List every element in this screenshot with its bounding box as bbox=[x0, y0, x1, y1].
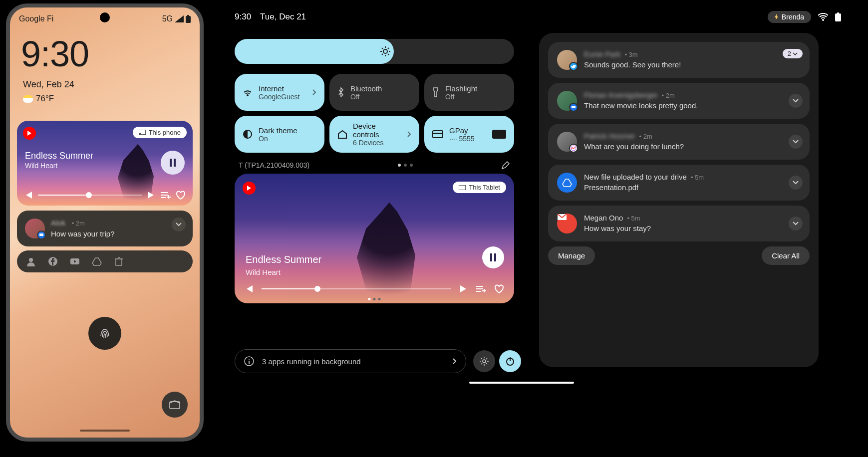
sender-name: Megan Ono bbox=[584, 214, 623, 222]
expand-button[interactable] bbox=[172, 218, 186, 231]
pause-button[interactable] bbox=[161, 151, 185, 175]
notification-card[interactable]: Eunie Park• 3m Sounds good. See you ther… bbox=[548, 42, 810, 78]
seek-slider[interactable] bbox=[38, 193, 142, 198]
chevron-down-icon bbox=[793, 222, 799, 226]
notification-count-chip[interactable]: 2 bbox=[783, 49, 803, 58]
messenger-app-icon bbox=[569, 144, 578, 153]
notification-card[interactable]: Megan Ono• 5m How was your stay? bbox=[548, 206, 810, 241]
build-number: T (TP1A.2100409.003) bbox=[239, 161, 309, 169]
svg-point-11 bbox=[383, 49, 387, 53]
fingerprint-button[interactable] bbox=[88, 317, 121, 350]
sender-name: Patrick Hosmer bbox=[584, 132, 635, 140]
wifi-icon bbox=[818, 13, 828, 21]
svg-rect-7 bbox=[116, 259, 122, 265]
user-chip[interactable]: Brenda bbox=[768, 11, 811, 23]
clear-all-button[interactable]: Clear All bbox=[762, 246, 810, 265]
sender-avatar bbox=[557, 50, 577, 70]
trash-icon bbox=[114, 256, 124, 266]
card-thumbnail bbox=[492, 130, 506, 139]
notification-icon-strip[interactable] bbox=[17, 250, 193, 272]
background-apps-label: 3 apps running in background bbox=[262, 357, 361, 366]
battery-icon bbox=[186, 15, 191, 23]
svg-point-19 bbox=[483, 360, 486, 363]
brightness-slider[interactable] bbox=[235, 39, 514, 64]
background-apps-row[interactable]: 3 apps running in background bbox=[235, 349, 466, 373]
gear-icon bbox=[479, 356, 489, 366]
chevron-right-icon bbox=[312, 89, 316, 95]
chevron-right-icon bbox=[453, 358, 457, 364]
cast-label: This phone bbox=[149, 129, 181, 136]
notification-message: How was your trip? bbox=[51, 229, 115, 238]
expand-button[interactable] bbox=[789, 94, 803, 108]
seek-slider[interactable] bbox=[262, 286, 451, 291]
queue-button[interactable] bbox=[476, 285, 486, 292]
fingerprint-icon bbox=[97, 325, 113, 341]
notification-card[interactable]: Patrick Hosmer• 2m What are you doing fo… bbox=[548, 124, 810, 160]
navigation-bar[interactable] bbox=[469, 382, 574, 384]
favorite-button[interactable] bbox=[494, 284, 504, 293]
tile-gpay[interactable]: GPay···· 5555 bbox=[424, 116, 514, 153]
tile-bluetooth[interactable]: BluetoothOff bbox=[329, 74, 419, 111]
tablet-clock: 9:30 bbox=[235, 12, 251, 22]
expand-button[interactable] bbox=[789, 176, 803, 190]
media-player-card[interactable]: This phone Endless Summer Wild Heart bbox=[17, 121, 193, 206]
queue-button[interactable] bbox=[161, 192, 171, 199]
svg-rect-22 bbox=[572, 106, 576, 108]
tablet-icon bbox=[459, 185, 466, 190]
edit-button[interactable] bbox=[501, 161, 510, 170]
sender-name: Alok bbox=[51, 219, 65, 227]
cast-label: This Tablet bbox=[469, 184, 500, 191]
tile-internet[interactable]: InternetGoogleGuest bbox=[235, 74, 324, 111]
svg-rect-10 bbox=[837, 12, 839, 14]
previous-button[interactable] bbox=[24, 192, 33, 199]
notification-card[interactable]: Florian Koenigsberger• 2m That new movie… bbox=[548, 83, 810, 119]
tile-flashlight[interactable]: FlashlightOff bbox=[424, 74, 514, 111]
favorite-button[interactable] bbox=[176, 191, 186, 200]
cast-chip[interactable]: This Tablet bbox=[453, 182, 506, 193]
next-button[interactable] bbox=[459, 285, 468, 292]
chevron-down-icon bbox=[793, 99, 799, 103]
notification-message: How was your stay? bbox=[584, 224, 801, 232]
front-camera bbox=[100, 12, 110, 22]
svg-rect-9 bbox=[835, 13, 841, 21]
info-icon bbox=[244, 356, 254, 366]
bluetooth-icon bbox=[337, 87, 344, 97]
notification-card[interactable]: Alok • 2m How was your trip? bbox=[17, 211, 193, 246]
tablet-media-player[interactable]: This Tablet Endless Summer Wild Heart bbox=[235, 174, 514, 303]
weather-widget[interactable]: 76°F bbox=[10, 90, 200, 104]
track-title: Endless Summer bbox=[246, 254, 321, 265]
svg-rect-21 bbox=[510, 357, 511, 361]
svg-rect-1 bbox=[187, 15, 189, 16]
pause-button[interactable] bbox=[482, 246, 504, 268]
home-icon bbox=[337, 130, 347, 139]
flashlight-icon bbox=[432, 87, 439, 97]
power-button[interactable] bbox=[499, 350, 521, 372]
notification-card[interactable]: New file uploaded to your drive• 5m Pres… bbox=[548, 165, 810, 201]
phone-lockscreen: Google Fi 5G 9:30 Wed, Feb 24 76°F This … bbox=[6, 3, 204, 442]
svg-point-17 bbox=[249, 359, 250, 360]
quick-settings-panel: InternetGoogleGuest BluetoothOff Flashli… bbox=[235, 39, 514, 303]
previous-button[interactable] bbox=[245, 285, 254, 292]
notification-message: Presentation.pdf bbox=[584, 183, 801, 192]
chevron-down-icon bbox=[793, 181, 799, 185]
tablet-statusbar-left: 9:30 Tue, Dec 21 bbox=[235, 12, 306, 22]
settings-button[interactable] bbox=[473, 350, 495, 372]
power-icon bbox=[506, 357, 515, 366]
svg-rect-15 bbox=[459, 185, 466, 190]
home-indicator[interactable] bbox=[80, 430, 130, 432]
profile-icon bbox=[26, 256, 36, 266]
wallet-button[interactable] bbox=[162, 392, 188, 418]
tile-device-controls[interactable]: Device controls6 Devices bbox=[329, 116, 419, 153]
tile-dark-theme[interactable]: Dark themeOn bbox=[235, 116, 324, 153]
tablet-statusbar-right: Brenda bbox=[768, 11, 841, 23]
expand-button[interactable] bbox=[789, 135, 803, 149]
cast-icon bbox=[139, 130, 146, 136]
drive-app-icon bbox=[557, 173, 577, 193]
messages-app-icon bbox=[569, 103, 578, 112]
expand-button[interactable] bbox=[789, 217, 803, 230]
wifi-icon bbox=[243, 88, 253, 96]
gmail-app-icon bbox=[557, 214, 577, 233]
next-button[interactable] bbox=[147, 192, 156, 199]
manage-button[interactable]: Manage bbox=[548, 246, 595, 265]
cast-chip[interactable]: This phone bbox=[133, 127, 187, 138]
